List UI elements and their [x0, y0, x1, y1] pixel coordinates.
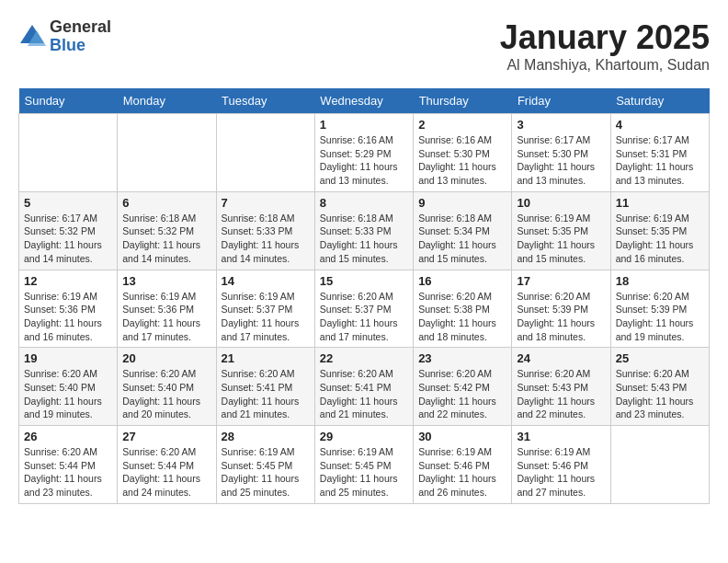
weekday-header-monday: Monday — [118, 88, 216, 114]
day-detail: Sunrise: 6:17 AMSunset: 5:32 PMDaylight:… — [24, 213, 102, 264]
day-number: 30 — [418, 430, 506, 443]
day-detail: Sunrise: 6:20 AMSunset: 5:40 PMDaylight:… — [24, 368, 102, 419]
calendar-cell: 23 Sunrise: 6:20 AMSunset: 5:42 PMDaylig… — [414, 348, 512, 426]
calendar-cell: 25 Sunrise: 6:20 AMSunset: 5:43 PMDaylig… — [610, 348, 709, 426]
day-detail: Sunrise: 6:16 AMSunset: 5:30 PMDaylight:… — [418, 134, 496, 186]
day-number: 22 — [320, 351, 408, 365]
day-number: 8 — [320, 196, 408, 210]
day-number: 6 — [122, 196, 210, 210]
calendar-cell: 24 Sunrise: 6:20 AMSunset: 5:43 PMDaylig… — [512, 348, 610, 426]
calendar-cell: 7 Sunrise: 6:18 AMSunset: 5:33 PMDayligh… — [216, 191, 314, 270]
day-number: 19 — [24, 351, 112, 365]
logo-icon — [18, 23, 46, 51]
calendar-cell — [216, 114, 314, 192]
day-detail: Sunrise: 6:18 AMSunset: 5:33 PMDaylight:… — [320, 213, 398, 264]
day-number: 25 — [616, 351, 704, 365]
day-number: 20 — [122, 351, 210, 365]
day-number: 11 — [616, 196, 704, 210]
day-detail: Sunrise: 6:17 AMSunset: 5:31 PMDaylight:… — [616, 134, 694, 186]
day-number: 18 — [616, 274, 704, 288]
day-number: 31 — [517, 430, 605, 443]
week-row-2: 5 Sunrise: 6:17 AMSunset: 5:32 PMDayligh… — [19, 191, 710, 270]
weekday-header-wednesday: Wednesday — [314, 88, 413, 114]
week-row-4: 19 Sunrise: 6:20 AMSunset: 5:40 PMDaylig… — [19, 348, 710, 426]
calendar-cell: 3 Sunrise: 6:17 AMSunset: 5:30 PMDayligh… — [512, 114, 610, 192]
day-detail: Sunrise: 6:18 AMSunset: 5:34 PMDaylight:… — [418, 213, 496, 264]
calendar-cell: 16 Sunrise: 6:20 AMSunset: 5:38 PMDaylig… — [414, 270, 512, 348]
calendar-cell: 11 Sunrise: 6:19 AMSunset: 5:35 PMDaylig… — [610, 191, 709, 270]
day-detail: Sunrise: 6:19 AMSunset: 5:46 PMDaylight:… — [517, 446, 595, 498]
day-number: 2 — [418, 118, 506, 132]
week-row-3: 12 Sunrise: 6:19 AMSunset: 5:36 PMDaylig… — [19, 270, 710, 348]
day-number: 27 — [122, 430, 210, 443]
day-detail: Sunrise: 6:20 AMSunset: 5:41 PMDaylight:… — [320, 368, 398, 419]
calendar-cell: 18 Sunrise: 6:20 AMSunset: 5:39 PMDaylig… — [610, 270, 709, 348]
day-number: 4 — [616, 118, 704, 132]
logo: General Blue — [18, 18, 111, 55]
calendar-cell: 27 Sunrise: 6:20 AMSunset: 5:44 PMDaylig… — [118, 426, 216, 504]
logo-general: General — [50, 18, 111, 37]
calendar-cell: 30 Sunrise: 6:19 AMSunset: 5:46 PMDaylig… — [414, 426, 512, 504]
calendar-cell — [610, 426, 709, 504]
title-area: January 2025 Al Manshiya, Khartoum, Suda… — [500, 18, 710, 74]
calendar-cell: 2 Sunrise: 6:16 AMSunset: 5:30 PMDayligh… — [414, 114, 512, 192]
day-number: 28 — [222, 430, 310, 443]
calendar-cell: 21 Sunrise: 6:20 AMSunset: 5:41 PMDaylig… — [216, 348, 314, 426]
calendar-cell: 28 Sunrise: 6:19 AMSunset: 5:45 PMDaylig… — [216, 426, 314, 504]
day-number: 14 — [222, 274, 310, 288]
day-detail: Sunrise: 6:17 AMSunset: 5:30 PMDaylight:… — [517, 134, 595, 186]
day-detail: Sunrise: 6:20 AMSunset: 5:42 PMDaylight:… — [418, 368, 496, 419]
calendar-cell: 26 Sunrise: 6:20 AMSunset: 5:44 PMDaylig… — [19, 426, 118, 504]
weekday-header-row: SundayMondayTuesdayWednesdayThursdayFrid… — [19, 88, 710, 114]
day-detail: Sunrise: 6:18 AMSunset: 5:33 PMDaylight:… — [222, 213, 300, 264]
day-detail: Sunrise: 6:18 AMSunset: 5:32 PMDaylight:… — [122, 213, 200, 264]
page-header: General Blue January 2025 Al Manshiya, K… — [18, 18, 710, 74]
day-number: 13 — [122, 274, 210, 288]
week-row-1: 1 Sunrise: 6:16 AMSunset: 5:29 PMDayligh… — [19, 114, 710, 192]
day-detail: Sunrise: 6:20 AMSunset: 5:39 PMDaylight:… — [517, 291, 595, 342]
day-detail: Sunrise: 6:20 AMSunset: 5:41 PMDaylight:… — [222, 368, 300, 419]
day-detail: Sunrise: 6:19 AMSunset: 5:37 PMDaylight:… — [222, 291, 300, 342]
calendar-cell: 14 Sunrise: 6:19 AMSunset: 5:37 PMDaylig… — [216, 270, 314, 348]
calendar-cell: 15 Sunrise: 6:20 AMSunset: 5:37 PMDaylig… — [314, 270, 413, 348]
calendar-cell: 9 Sunrise: 6:18 AMSunset: 5:34 PMDayligh… — [414, 191, 512, 270]
day-detail: Sunrise: 6:16 AMSunset: 5:29 PMDaylight:… — [320, 134, 398, 186]
day-detail: Sunrise: 6:20 AMSunset: 5:40 PMDaylight:… — [122, 368, 200, 419]
weekday-header-sunday: Sunday — [19, 88, 118, 114]
day-detail: Sunrise: 6:20 AMSunset: 5:43 PMDaylight:… — [517, 368, 595, 419]
calendar-table: SundayMondayTuesdayWednesdayThursdayFrid… — [18, 88, 710, 504]
day-detail: Sunrise: 6:19 AMSunset: 5:36 PMDaylight:… — [122, 291, 200, 342]
day-detail: Sunrise: 6:19 AMSunset: 5:46 PMDaylight:… — [418, 446, 496, 498]
day-detail: Sunrise: 6:19 AMSunset: 5:45 PMDaylight:… — [222, 446, 300, 498]
logo-blue: Blue — [50, 37, 111, 55]
month-title: January 2025 — [500, 18, 710, 57]
day-detail: Sunrise: 6:19 AMSunset: 5:45 PMDaylight:… — [320, 446, 398, 498]
day-number: 3 — [517, 118, 605, 132]
day-detail: Sunrise: 6:19 AMSunset: 5:35 PMDaylight:… — [616, 213, 694, 264]
weekday-header-saturday: Saturday — [610, 88, 709, 114]
day-number: 23 — [418, 351, 506, 365]
calendar-cell: 12 Sunrise: 6:19 AMSunset: 5:36 PMDaylig… — [19, 270, 118, 348]
day-number: 1 — [320, 118, 408, 132]
day-detail: Sunrise: 6:20 AMSunset: 5:37 PMDaylight:… — [320, 291, 398, 342]
calendar-cell: 22 Sunrise: 6:20 AMSunset: 5:41 PMDaylig… — [314, 348, 413, 426]
weekday-header-friday: Friday — [512, 88, 610, 114]
calendar-cell: 4 Sunrise: 6:17 AMSunset: 5:31 PMDayligh… — [610, 114, 709, 192]
calendar-cell: 19 Sunrise: 6:20 AMSunset: 5:40 PMDaylig… — [19, 348, 118, 426]
day-detail: Sunrise: 6:20 AMSunset: 5:44 PMDaylight:… — [24, 446, 102, 498]
calendar-cell: 29 Sunrise: 6:19 AMSunset: 5:45 PMDaylig… — [314, 426, 413, 504]
weekday-header-tuesday: Tuesday — [216, 88, 314, 114]
day-detail: Sunrise: 6:19 AMSunset: 5:35 PMDaylight:… — [517, 213, 595, 264]
day-number: 15 — [320, 274, 408, 288]
weekday-header-thursday: Thursday — [414, 88, 512, 114]
day-number: 29 — [320, 430, 408, 443]
day-number: 17 — [517, 274, 605, 288]
day-detail: Sunrise: 6:20 AMSunset: 5:44 PMDaylight:… — [122, 446, 200, 498]
calendar-cell: 13 Sunrise: 6:19 AMSunset: 5:36 PMDaylig… — [118, 270, 216, 348]
calendar-cell: 6 Sunrise: 6:18 AMSunset: 5:32 PMDayligh… — [118, 191, 216, 270]
day-detail: Sunrise: 6:20 AMSunset: 5:43 PMDaylight:… — [616, 368, 694, 419]
day-number: 10 — [517, 196, 605, 210]
day-number: 24 — [517, 351, 605, 365]
calendar-cell: 10 Sunrise: 6:19 AMSunset: 5:35 PMDaylig… — [512, 191, 610, 270]
logo-text: General Blue — [50, 18, 111, 55]
